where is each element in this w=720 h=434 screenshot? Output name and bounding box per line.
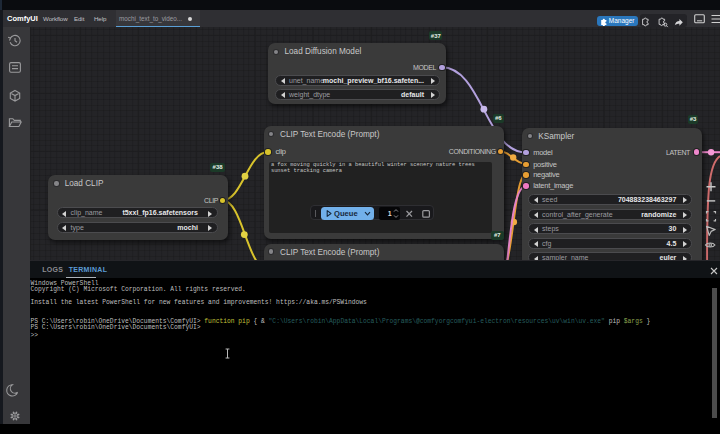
svg-text:Queue: Queue (334, 210, 358, 219)
